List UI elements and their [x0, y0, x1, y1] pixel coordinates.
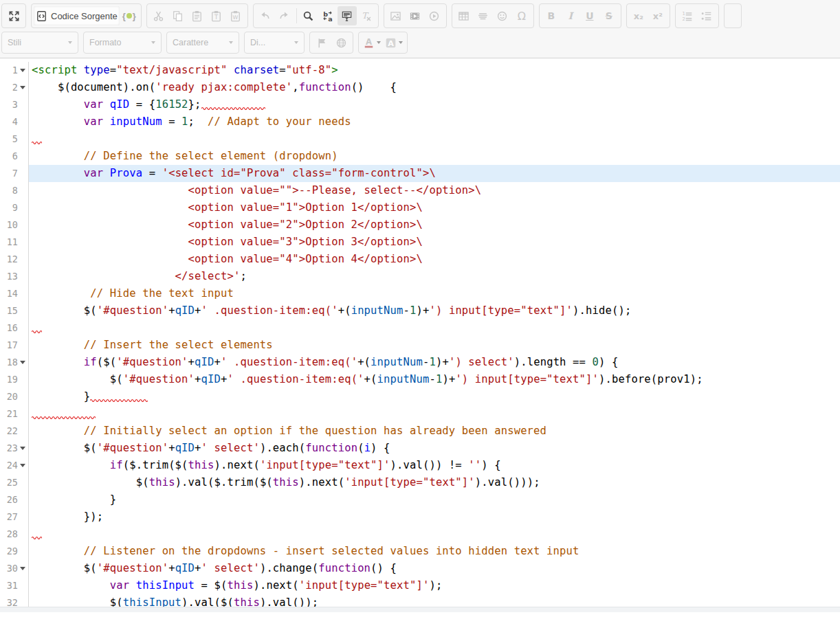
- source-button[interactable]: Codice Sorgente: [34, 6, 120, 25]
- code-line: 21: [0, 405, 840, 423]
- code-line-text[interactable]: </select>';: [29, 268, 840, 285]
- select-all-button[interactable]: [338, 6, 357, 25]
- code-line-text[interactable]: <option value="2">Option 2</option>\: [29, 216, 840, 234]
- code-line: 11 <option value="3">Option 3</option>\: [0, 234, 840, 251]
- line-number: 1: [0, 62, 20, 79]
- hrule-icon: [477, 10, 489, 22]
- code-line-text[interactable]: [29, 319, 840, 337]
- templates-button[interactable]: {}: [120, 6, 139, 25]
- code-line-text[interactable]: // Initially select an option if the que…: [29, 423, 840, 440]
- maximize-button[interactable]: [4, 6, 23, 25]
- code-line-text[interactable]: <option value="">--Please, select--</opt…: [29, 182, 840, 199]
- code-line-text[interactable]: [29, 526, 840, 543]
- code-line-text[interactable]: }: [29, 388, 840, 405]
- styles-dropdown-label: Stili: [8, 38, 21, 47]
- undo-button: [256, 6, 275, 25]
- video-icon: [409, 10, 421, 22]
- group-editing: baT: [253, 3, 379, 28]
- code-line-text[interactable]: // Define the select element (dropdown): [29, 148, 840, 165]
- source-icon: [36, 10, 47, 22]
- flash-button: [406, 6, 425, 25]
- code-line-text[interactable]: <option value="4">Option 4</option>\: [29, 251, 840, 268]
- code-line: 19 $('#question'+qID+' .question-item:eq…: [0, 371, 840, 388]
- code-line-text[interactable]: $('#question'+qID+' .question-item:eq('+…: [29, 371, 840, 388]
- code-line-text[interactable]: if($('#question'+qID+' .question-item:eq…: [29, 354, 840, 371]
- replace-button[interactable]: ba: [318, 6, 338, 25]
- fold-arrow-icon[interactable]: [20, 69, 25, 72]
- code-line-text[interactable]: // Insert the select elements: [29, 337, 840, 354]
- maximize-icon: [8, 10, 20, 22]
- gutter: 4: [0, 113, 29, 131]
- gutter: 5: [0, 131, 29, 148]
- special-char-icon: Ω: [518, 10, 526, 23]
- code-line-text[interactable]: $('#question'+qID+' select').change(func…: [29, 560, 840, 577]
- chevron-down-icon: [294, 41, 298, 44]
- code-line: 10 <option value="2">Option 2</option>\: [0, 216, 840, 234]
- code-line: 23 $('#question'+qID+' select').each(fun…: [0, 440, 840, 457]
- gutter: 11: [0, 234, 29, 251]
- group-insert: Ω: [452, 3, 534, 28]
- code-line-text[interactable]: <option value="3">Option 3</option>\: [29, 234, 840, 251]
- code-line-text[interactable]: var thisInput = $(this).next('input[type…: [29, 577, 840, 594]
- fold-arrow-icon[interactable]: [20, 464, 25, 467]
- horizontal-rule-button: [474, 6, 493, 25]
- horizontal-scrollbar[interactable]: [0, 607, 840, 612]
- code-line-text[interactable]: $('#question'+qID+' select').each(functi…: [29, 440, 840, 457]
- code-line: 7 var Prova = '<select id="Prova" class=…: [0, 165, 840, 182]
- code-line-text[interactable]: }: [29, 491, 840, 508]
- code-line-text[interactable]: [29, 131, 840, 148]
- gutter: 14: [0, 285, 29, 302]
- fold-arrow-icon[interactable]: [20, 567, 25, 570]
- code-line-text[interactable]: var qID = {16152};: [29, 96, 840, 113]
- gutter: 27: [0, 508, 29, 526]
- line-number: 24: [0, 457, 20, 474]
- code-line-text[interactable]: [29, 405, 840, 423]
- remove-format-icon: T: [360, 10, 372, 22]
- gutter: 15: [0, 302, 29, 319]
- code-line-text[interactable]: var inputNum = 1; // Adapt to your needs: [29, 113, 840, 131]
- code-line-text[interactable]: if($.trim($(this).next('input[type="text…: [29, 457, 840, 474]
- cut-button: [149, 6, 168, 25]
- code-line: 31 var thisInput = $(this).next('input[t…: [0, 577, 840, 594]
- code-line-text[interactable]: // Listener on the dropdowns - insert se…: [29, 543, 840, 560]
- line-number: 31: [0, 577, 20, 594]
- code-line-text[interactable]: // Hide the text input: [29, 285, 840, 302]
- code-line-text[interactable]: var Prova = '<select id="Prova" class="f…: [29, 165, 840, 182]
- line-number: 22: [0, 423, 20, 440]
- paste-word-button: W: [226, 6, 245, 25]
- code-line-text[interactable]: $(document).on('ready pjax:complete',fun…: [29, 79, 840, 96]
- code-line-text[interactable]: $(this).val($.trim($(this).next('input[t…: [29, 474, 840, 491]
- line-number: 17: [0, 337, 20, 354]
- code-line-text[interactable]: <script type="text/javascript" charset="…: [29, 62, 840, 79]
- fold-arrow-icon[interactable]: [20, 86, 25, 89]
- gutter: 17: [0, 337, 29, 354]
- code-line-text[interactable]: });: [29, 508, 840, 526]
- line-number: 2: [0, 79, 20, 96]
- fold-arrow-icon[interactable]: [20, 447, 25, 450]
- find-button[interactable]: [299, 6, 318, 25]
- line-number: 15: [0, 302, 20, 319]
- line-number: 11: [0, 234, 20, 251]
- flag-icon: [316, 37, 328, 49]
- strike-button: S: [599, 6, 619, 25]
- code-line-text[interactable]: $('#question'+qID+' .question-item:eq('+…: [29, 302, 840, 319]
- code-line: 1<script type="text/javascript" charset=…: [0, 62, 840, 79]
- gutter: 12: [0, 251, 29, 268]
- line-number: 21: [0, 405, 20, 423]
- subscript-button: x₂: [629, 6, 648, 25]
- gutter: 20: [0, 388, 29, 405]
- numbered-list-button: 12: [678, 6, 697, 25]
- media-embed-button: [425, 6, 444, 25]
- gutter: 26: [0, 491, 29, 508]
- code-line-text[interactable]: <option value="1">Option 1</option>\: [29, 199, 840, 216]
- line-number: 4: [0, 113, 20, 131]
- paste-icon: [191, 10, 203, 22]
- code-line: 5: [0, 131, 840, 148]
- code-line: 14 // Hide the text input: [0, 285, 840, 302]
- chevron-down-icon: [68, 41, 72, 44]
- size-dropdown-label: Di...: [250, 38, 265, 47]
- line-number: 18: [0, 354, 20, 371]
- underline-button: U: [580, 6, 599, 25]
- gutter: 31: [0, 577, 29, 594]
- fold-arrow-icon[interactable]: [20, 361, 25, 364]
